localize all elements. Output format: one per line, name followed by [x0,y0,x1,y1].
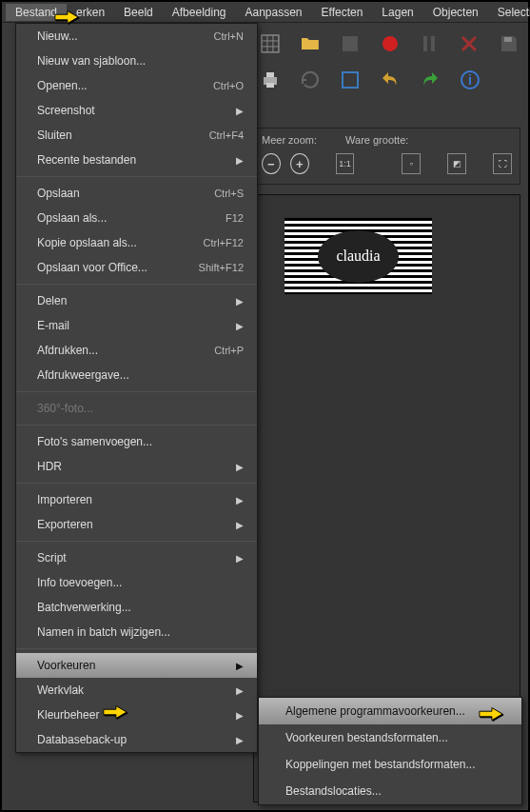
menu-shortcut: Ctrl+P [214,345,244,356]
menu-item[interactable]: Kleurbeheer▶ [16,703,257,727]
menu-item[interactable]: OpslaanCtrl+S [16,181,257,206]
menu-item-label: Databaseback-up [37,733,127,746]
resize-icon[interactable] [339,69,362,91]
submenu-arrow-icon: ▶ [236,661,244,671]
fit-screen-button[interactable]: ◩ [447,153,466,174]
menu-item[interactable]: Voorkeuren▶ [16,653,257,678]
stop-icon[interactable] [339,32,362,55]
menu-item-label: Info toevoegen... [37,576,122,589]
menu-item[interactable]: SluitenCtrl+F4 [16,123,257,148]
menubar-item-effecten[interactable]: Effecten [312,4,373,21]
menubar-item-bestand[interactable]: Bestand [6,4,67,21]
menubar: Bestand erken Beeld Afbeelding Aanpassen… [2,2,528,23]
record-icon[interactable] [379,32,402,55]
pause-icon[interactable] [418,32,441,55]
close-x-icon[interactable] [458,32,481,55]
menu-item[interactable]: Openen...Ctrl+O [16,73,257,98]
submenu-arrow-icon: ▶ [236,462,244,472]
menu-item[interactable]: HDR▶ [16,454,257,479]
menu-item-label: Script [37,551,67,564]
menu-item[interactable]: Recente bestanden▶ [16,148,257,172]
menu-item[interactable]: Databaseback-up▶ [16,727,257,752]
menu-item-label: Nieuw... [37,30,78,43]
info-icon[interactable]: i [459,69,481,91]
menu-item-label: Opslaan als... [37,211,107,225]
svg-rect-7 [423,36,427,51]
menu-item[interactable]: Nieuw...Ctrl+N [16,24,257,49]
redo-icon[interactable] [419,69,442,91]
svg-rect-14 [266,83,274,88]
menu-item[interactable]: Opslaan als...F12 [16,206,257,230]
menu-separator [16,391,257,392]
menu-item-label: Afdrukweergave... [37,368,129,382]
menu-item[interactable]: Afdrukken...Ctrl+P [16,338,257,363]
menu-item[interactable]: Foto's samenvoegen... [16,429,257,454]
menu-item-label: Openen... [37,79,88,92]
menu-shortcut: Ctrl+N [214,30,244,42]
submenu-arrow-icon: ▶ [236,495,244,505]
menu-item[interactable]: E-mail▶ [16,313,257,338]
menu-item-label: Voorkeuren [37,659,95,672]
submenu-item-label: Voorkeuren bestandsformaten... [285,731,448,744]
menu-item[interactable]: Delen▶ [16,288,257,313]
menu-item[interactable]: Namen in batch wijzigen... [16,620,257,644]
menu-item[interactable]: Batchverwerking... [16,595,257,620]
menu-item-label: Nieuw van sjabloon... [37,54,146,68]
folder-open-icon[interactable] [299,32,322,55]
menu-item[interactable]: Nieuw van sjabloon... [16,49,257,73]
submenu-arrow-icon: ▶ [236,296,244,307]
menu-separator [16,648,257,649]
menu-item[interactable]: Importeren▶ [16,487,257,512]
menubar-item-lagen[interactable]: Lagen [372,4,422,21]
menu-item-label: Sluiten [37,129,72,142]
menu-item[interactable]: Afdrukweergave... [16,363,257,387]
menu-item[interactable]: Werkvlak▶ [16,678,257,703]
fit-area-button[interactable]: ▫ [402,153,421,174]
submenu-item-label: Algemene programmavoorkeuren... [285,704,465,718]
zoom-out-button[interactable]: − [262,153,281,174]
menu-separator [16,541,257,542]
menu-item-label: Kopie opslaan als... [37,236,137,249]
menu-item-label: Delen [37,294,67,307]
menubar-item-aanpassen[interactable]: Aanpassen [236,4,312,21]
menu-item-label: Screenshot [37,104,95,117]
save-icon[interactable] [498,32,520,55]
menu-item[interactable]: Script▶ [16,545,257,570]
menu-item-label: Exporteren [37,518,93,531]
menu-item-label: Importeren [37,493,92,506]
submenu-item[interactable]: Voorkeuren bestandsformaten... [259,724,521,751]
refresh-icon[interactable] [299,69,322,91]
menu-item-label: Kleurbeheer [37,708,99,722]
menubar-item-afbeelding[interactable]: Afbeelding [163,4,236,21]
submenu-item[interactable]: Koppelingen met bestandsformaten... [259,751,521,778]
menu-item-label: Foto's samenvoegen... [37,435,152,448]
zoom-1to1-button[interactable]: 1:1 [336,153,355,174]
menu-item-label: E-mail [37,319,69,332]
menu-item[interactable]: Kopie opslaan als...Ctrl+F12 [16,230,257,255]
print-icon[interactable] [259,69,282,91]
undo-icon[interactable] [379,69,402,91]
menubar-item-beeld[interactable]: Beeld [114,4,163,21]
menu-item-label: Werkvlak [37,683,84,697]
fullscreen-button[interactable]: ⛶ [493,153,512,174]
zoom-in-button[interactable]: + [290,153,309,174]
menu-item[interactable]: Opslaan voor Office...Shift+F12 [16,255,257,280]
submenu-item[interactable]: Bestandslocaties... [259,778,521,804]
submenu-item-label: Koppelingen met bestandsformaten... [285,758,475,771]
submenu-arrow-icon: ▶ [236,553,244,564]
logo-text: claudia [318,230,399,283]
submenu-item[interactable]: Algemene programmavoorkeuren... [259,698,521,724]
menu-item-label: Opslaan [37,187,80,200]
menubar-item-bewerken[interactable]: erken [67,4,114,21]
menubar-item-objecten[interactable]: Objecten [423,4,488,21]
menubar-item-selecties[interactable]: Selecties [488,4,530,21]
menu-separator [16,284,257,285]
menu-item[interactable]: Screenshot▶ [16,98,257,123]
menu-shortcut: Ctrl+F4 [209,129,244,141]
menu-shortcut: Shift+F12 [199,262,244,273]
menu-item[interactable]: Exporteren▶ [16,512,257,537]
submenu-item-label: Bestandslocaties... [285,784,382,798]
menu-item[interactable]: Info toevoegen... [16,570,257,595]
submenu-arrow-icon: ▶ [236,321,244,331]
grid-icon[interactable] [259,32,282,55]
